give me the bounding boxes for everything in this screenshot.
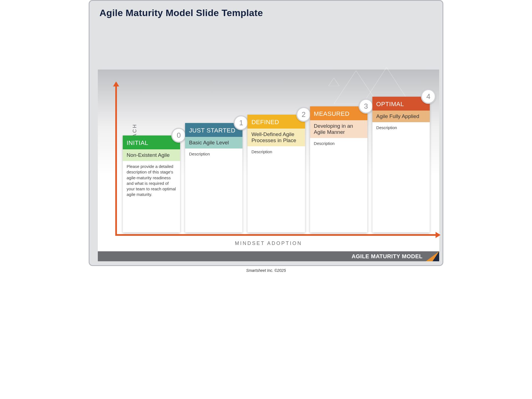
stage-card: 3 MEASURED Developing in an Agile Manner…	[310, 106, 367, 232]
stage-description: Description	[310, 138, 367, 232]
slide-frame: Agile Maturity Model Slide Template ORGA…	[89, 0, 443, 266]
y-axis	[115, 86, 117, 236]
footer-text: AGILE MATURITY MODEL	[352, 253, 423, 260]
stage-subtitle: Developing in an Agile Manner	[310, 120, 367, 138]
copyright: Smartsheet Inc. ©2025	[246, 268, 286, 273]
stage-subtitle: Well-Defined Agile Processes in Place	[247, 129, 305, 146]
stage-description: Please provide a detailed description of…	[123, 161, 180, 232]
stage-badge: 3	[359, 99, 374, 114]
stage-columns: 0 INITIAL Non-Existent Agile Please prov…	[123, 81, 430, 232]
stage-subtitle: Basic Agile Level	[185, 137, 242, 149]
stage-description: Description	[185, 149, 242, 232]
footer-accent	[426, 251, 439, 261]
footer-bar: AGILE MATURITY MODEL	[98, 251, 439, 261]
stage-card: 2 DEFINED Well-Defined Agile Processes i…	[247, 115, 305, 232]
stage-badge: 4	[421, 89, 436, 104]
stage-badge: 0	[171, 128, 186, 143]
x-axis-label: MINDSET ADOPTION	[235, 241, 302, 246]
stage-subtitle: Agile Fully Applied	[372, 111, 430, 122]
chart-panel: ORGANIZATION REACH MINDSET ADOPTION 0 IN…	[98, 70, 439, 261]
stage-card: 0 INITIAL Non-Existent Agile Please prov…	[123, 135, 180, 232]
stage-card: 4 OPTIMAL Agile Fully Applied Descriptio…	[372, 97, 430, 232]
stage-badge: 2	[296, 107, 311, 122]
slide-title: Agile Maturity Model Slide Template	[99, 7, 263, 18]
x-axis	[115, 234, 436, 236]
stage-description: Description	[247, 146, 305, 232]
stage-badge: 1	[234, 115, 249, 130]
stage-card: 1 JUST STARTED Basic Agile Level Descrip…	[185, 123, 242, 232]
stage-subtitle: Non-Existent Agile	[123, 149, 180, 161]
stage-description: Description	[372, 122, 430, 232]
